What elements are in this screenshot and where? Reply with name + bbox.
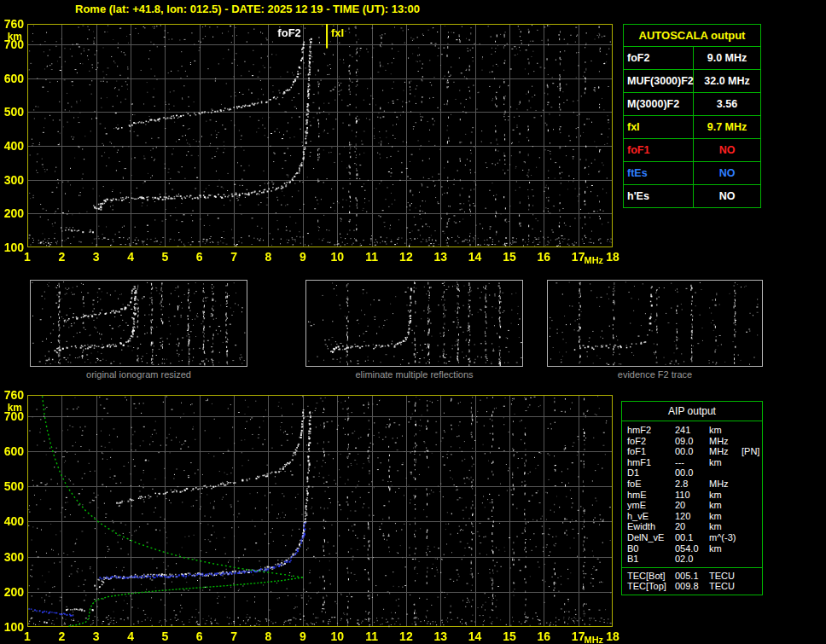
- caption-original: original ionogram resized: [30, 369, 247, 380]
- aip-param: h_vE: [627, 511, 675, 522]
- aip-unit: km: [709, 543, 742, 554]
- aip-param: B0: [627, 543, 675, 554]
- aip-unit: km: [709, 490, 742, 501]
- aip-tec-section: TEC[Bot] 005.1 TECU TEC[Top] 009.8 TECU: [622, 567, 762, 595]
- aip-value: ---: [675, 457, 709, 468]
- param-label: MUF(3000)F2: [624, 70, 694, 92]
- aip-unit: MHz: [709, 436, 742, 447]
- aip-unit: km: [709, 457, 742, 468]
- aip-unit: m^(-3): [709, 532, 742, 543]
- aip-param: hmF1: [627, 457, 675, 468]
- aip-value: 02.0: [675, 554, 709, 565]
- aip-row-hve: h_vE 120 km: [627, 511, 762, 522]
- param-value: NO: [694, 162, 760, 184]
- autoscala-row-fof1: foF1 NO: [624, 139, 760, 162]
- autoscala-row-muf: MUF(3000)F2 32.0 MHz: [624, 70, 760, 93]
- param-label: fxI: [624, 116, 694, 138]
- aip-param: foF2: [627, 436, 675, 447]
- aip-unit: MHz: [709, 479, 742, 490]
- aip-row-d1: D1 00.0: [627, 467, 762, 479]
- autoscala-table: AUTOSCALA output foF2 9.0 MHz MUF(3000)F…: [623, 24, 761, 208]
- param-label: M(3000)F2: [624, 93, 694, 115]
- aip-unit: TECU: [709, 581, 742, 592]
- aip-row-tecbot: TEC[Bot] 005.1 TECU: [627, 571, 762, 582]
- caption-f2-trace: evidence F2 trace: [547, 369, 763, 380]
- aip-value: 241: [675, 425, 709, 436]
- autoscala-row-m3000: M(3000)F2 3.56: [624, 93, 760, 116]
- aip-row-yme: ymE 20 km: [627, 500, 762, 511]
- param-value: NO: [694, 139, 760, 161]
- aip-value: 20: [675, 500, 709, 511]
- aip-param: foE: [627, 479, 675, 490]
- aip-row-fof2: foF2 09.0 MHz: [627, 436, 762, 447]
- aip-unit: [709, 554, 742, 565]
- aip-row-tectop: TEC[Top] 009.8 TECU: [627, 581, 762, 592]
- param-label: h'Es: [624, 185, 694, 207]
- aip-value: 054.0: [675, 543, 709, 554]
- aip-row-foe: foE 2.8 MHz: [627, 479, 762, 490]
- profile-ionogram-canvas: [0, 388, 623, 644]
- param-value: 9.0 MHz: [694, 47, 760, 69]
- aip-value: 110: [675, 490, 709, 501]
- aip-row-b1: B1 02.0: [627, 554, 762, 565]
- thumbnail-no-multiples-canvas: [305, 280, 523, 367]
- aip-param: D1: [627, 467, 675, 479]
- aip-param: B1: [627, 554, 675, 565]
- param-label: foF1: [624, 139, 694, 161]
- aip-unit: TECU: [709, 571, 742, 582]
- aip-value: 20: [675, 521, 709, 532]
- autoscala-title: AUTOSCALA output: [624, 25, 760, 47]
- aip-row-b0: B0 054.0 km: [627, 543, 762, 554]
- aip-unit: km: [709, 500, 742, 511]
- aip-value: 00.0: [675, 467, 709, 479]
- aip-value: 00.0: [675, 446, 709, 457]
- param-value: NO: [694, 185, 760, 207]
- aip-value: 005.1: [675, 571, 709, 582]
- aip-row-hmf2: hmF2 241 km: [627, 425, 762, 436]
- aip-row-hmf1: hmF1 --- km: [627, 457, 762, 468]
- station-header: Rome (lat: +41.8, lon: 012.5) - DATE: 20…: [75, 3, 420, 15]
- aip-value: 009.8: [675, 581, 709, 592]
- ionogram-app: Rome (lat: +41.8, lon: 012.5) - DATE: 20…: [0, 0, 826, 644]
- autoscala-row-fxi: fxI 9.7 MHz: [624, 116, 760, 139]
- aip-value: 2.8: [675, 479, 709, 490]
- autoscala-row-ftes: ftEs NO: [624, 162, 760, 185]
- aip-unit: km: [709, 425, 742, 436]
- aip-note: [PN]: [742, 446, 762, 457]
- thumbnail-original-canvas: [30, 280, 247, 367]
- aip-title: AIP output: [622, 402, 762, 421]
- aip-value: 09.0: [675, 436, 709, 447]
- aip-param: TEC[Top]: [627, 581, 675, 592]
- param-value: 9.7 MHz: [694, 116, 760, 138]
- aip-unit: km: [709, 511, 742, 522]
- main-ionogram-canvas: [0, 15, 623, 268]
- thumbnail-f2-trace-canvas: [547, 280, 763, 367]
- aip-row-ewidth: Ewidth 20 km: [627, 521, 762, 532]
- aip-param: DelN_vE: [627, 532, 675, 543]
- aip-unit: MHz: [709, 446, 742, 457]
- caption-no-multiples: eliminate multiple reflections: [305, 369, 523, 380]
- param-label: foF2: [624, 47, 694, 69]
- aip-unit: [709, 467, 742, 479]
- param-label: ftEs: [624, 162, 694, 184]
- aip-row-fof1: foF1 00.0 MHz [PN]: [627, 446, 762, 457]
- aip-param: hmF2: [627, 425, 675, 436]
- autoscala-row-fof2: foF2 9.0 MHz: [624, 47, 760, 70]
- aip-value: 120: [675, 511, 709, 522]
- aip-param: TEC[Bot]: [627, 571, 675, 582]
- param-value: 3.56: [694, 93, 760, 115]
- param-value: 32.0 MHz: [694, 70, 760, 92]
- aip-rows: hmF2 241 km foF2 09.0 MHz foF1 00.0 MHz …: [622, 421, 762, 567]
- aip-param: Ewidth: [627, 521, 675, 532]
- aip-value: 00.1: [675, 532, 709, 543]
- aip-param: hmE: [627, 490, 675, 501]
- aip-param: ymE: [627, 500, 675, 511]
- aip-unit: km: [709, 521, 742, 532]
- aip-table: AIP output hmF2 241 km foF2 09.0 MHz foF…: [621, 401, 763, 595]
- aip-row-hme: hmE 110 km: [627, 490, 762, 501]
- autoscala-row-hes: h'Es NO: [624, 185, 760, 207]
- aip-row-delnve: DelN_vE 00.1 m^(-3): [627, 532, 762, 543]
- aip-param: foF1: [627, 446, 675, 457]
